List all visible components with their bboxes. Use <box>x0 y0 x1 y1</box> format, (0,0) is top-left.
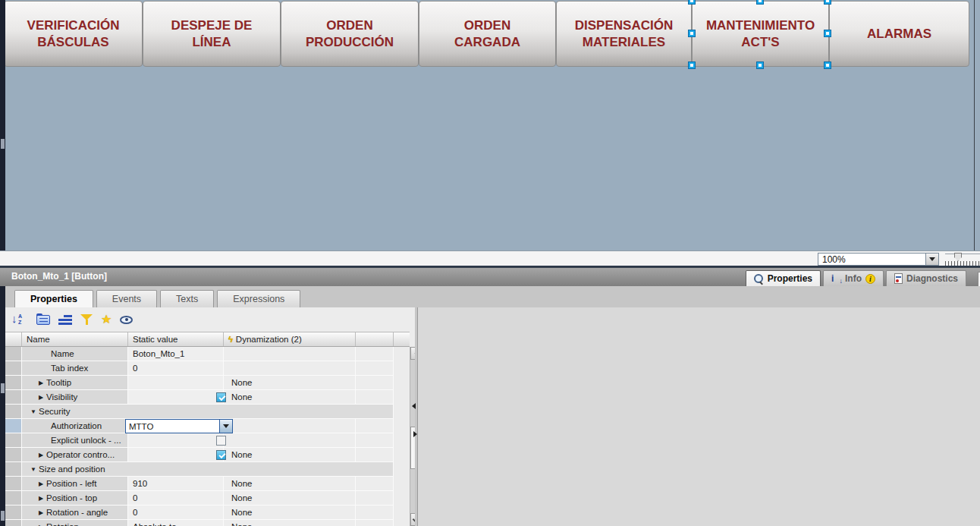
property-value-cell[interactable] <box>128 433 224 448</box>
hmi-button-orden-cargada[interactable]: ORDEN CARGADA <box>419 1 556 67</box>
property-value-cell[interactable]: Absolute to ... <box>128 520 224 526</box>
dynamization-cell[interactable]: None <box>224 376 356 390</box>
selection-handle[interactable] <box>757 0 763 4</box>
dock-tab-properties[interactable]: Properties <box>746 270 821 286</box>
selection-handle[interactable] <box>825 30 831 36</box>
row-handle[interactable] <box>5 390 22 405</box>
expand-arrow-icon[interactable]: ▶ <box>36 480 46 487</box>
property-value-cell[interactable] <box>128 390 224 405</box>
dynamization-cell[interactable] <box>224 347 356 361</box>
expand-arrow-icon[interactable]: ▶ <box>36 380 46 386</box>
expand-arrow-icon[interactable]: ▶ <box>36 452 46 458</box>
row-handle[interactable] <box>5 433 22 448</box>
splitter-grip[interactable] <box>1 511 5 521</box>
eye-icon[interactable] <box>120 316 133 324</box>
property-value[interactable]: Boton_Mto_1 <box>133 349 184 358</box>
hmi-screen-canvas[interactable]: VERIFICACIÓN BÁSCULASDESPEJE DE LÍNEAORD… <box>0 0 980 250</box>
expand-arrow-icon[interactable]: ▶ <box>36 524 46 526</box>
row-handle[interactable] <box>5 506 22 520</box>
list-icon[interactable] <box>58 315 72 325</box>
selection-handle[interactable] <box>825 0 831 4</box>
dynamization-cell[interactable]: None <box>224 506 356 520</box>
zoom-level-select[interactable]: 100% <box>818 253 939 266</box>
dynamization-cell[interactable] <box>224 433 356 448</box>
property-value[interactable]: Absolute to ... <box>133 522 186 526</box>
dynamization-cell[interactable]: None <box>224 520 356 526</box>
dock-tab-diagnostics[interactable]: Diagnostics <box>886 270 966 286</box>
expand-arrow-icon[interactable]: ▶ <box>36 495 46 502</box>
dynamization-cell[interactable]: None <box>224 448 356 462</box>
authorization-select[interactable]: MTTO <box>125 419 233 433</box>
dynamization-cell[interactable]: None <box>224 491 356 506</box>
row-handle[interactable] <box>5 462 22 477</box>
row-handle[interactable] <box>5 405 22 419</box>
property-value-cell[interactable] <box>128 376 224 390</box>
filter-icon[interactable] <box>80 314 93 326</box>
section-row-size-and-position[interactable]: ▼Size and position <box>22 462 394 477</box>
selection-handle[interactable] <box>689 62 695 68</box>
sort-az-icon[interactable]: ↓AZ <box>11 313 28 326</box>
row-handle[interactable] <box>5 477 22 491</box>
row-handle[interactable] <box>5 361 22 376</box>
tab-events[interactable]: Events <box>96 290 157 307</box>
splitter-grip[interactable] <box>1 139 5 149</box>
hmi-button-mantenimiento-act-s[interactable]: MANTENIMIENTO ACT'S <box>692 1 829 67</box>
property-value-cell[interactable]: 0 <box>128 506 224 520</box>
selection-handle[interactable] <box>757 62 763 68</box>
row-handle[interactable] <box>5 419 22 433</box>
section-row-security[interactable]: ▼Security <box>22 405 394 419</box>
zoom-dropdown-button[interactable] <box>925 254 938 265</box>
hmi-button-despeje-de-l-nea[interactable]: DESPEJE DE LÍNEA <box>143 1 281 67</box>
property-value-cell[interactable]: MTTO <box>128 419 224 433</box>
collapse-left-icon[interactable] <box>412 403 416 409</box>
expand-arrow-icon[interactable]: ▶ <box>36 394 46 401</box>
hmi-button-orden-producci-n[interactable]: ORDEN PRODUCCIÓN <box>281 1 419 67</box>
property-value-cell[interactable]: 0 <box>128 491 224 506</box>
property-checkbox[interactable] <box>216 392 226 402</box>
zoom-slider-handle[interactable] <box>954 253 962 261</box>
property-value-cell[interactable] <box>128 448 224 462</box>
property-value[interactable]: 910 <box>133 479 147 488</box>
row-handle[interactable] <box>5 448 22 462</box>
tab-properties[interactable]: Properties <box>14 290 93 307</box>
collapse-arrow-icon[interactable]: ▼ <box>28 408 39 415</box>
selection-handle[interactable] <box>825 62 831 68</box>
inspector-title: Boton_Mto_1 [Button] <box>11 271 107 282</box>
property-value[interactable]: 0 <box>133 493 137 502</box>
pane-splitter[interactable] <box>415 307 418 526</box>
hmi-button-dispensaci-n-materiales[interactable]: DISPENSACIÓN MATERIALES <box>556 1 692 67</box>
folder-icon[interactable] <box>36 315 50 325</box>
property-value-cell[interactable]: 910 <box>128 477 224 491</box>
header-dynamization-column[interactable]: ϟDynamization (2) <box>224 332 356 346</box>
collapse-right-icon[interactable] <box>413 431 417 437</box>
tab-texts[interactable]: Texts <box>160 290 214 307</box>
dynamization-cell[interactable]: None <box>224 390 356 405</box>
row-handle[interactable] <box>5 376 22 390</box>
splitter-grip[interactable] <box>1 383 5 393</box>
collapse-arrow-icon[interactable]: ▼ <box>28 466 39 473</box>
combo-dropdown-button[interactable] <box>219 420 232 433</box>
row-handle[interactable] <box>5 520 22 526</box>
selection-handle[interactable] <box>689 30 695 36</box>
hmi-button-alarmas[interactable]: ALARMAS <box>829 1 969 67</box>
header-static-value-column[interactable]: Static value <box>128 332 224 346</box>
hmi-button-verificaci-n-b-sculas[interactable]: VERIFICACIÓN BÁSCULAS <box>4 1 143 67</box>
header-name-column[interactable]: Name <box>22 332 128 346</box>
favorites-icon[interactable]: ★ <box>101 314 112 325</box>
row-handle[interactable] <box>5 347 22 361</box>
dynamization-cell[interactable]: None <box>224 477 356 491</box>
dock-tab-info[interactable]: iInfoi <box>823 270 884 286</box>
dynamization-cell[interactable] <box>224 361 356 376</box>
property-value[interactable]: 0 <box>133 508 137 517</box>
expand-arrow-icon[interactable]: ▶ <box>36 509 46 516</box>
dynamization-cell[interactable] <box>224 419 356 433</box>
property-value-cell[interactable]: 0 <box>128 361 224 376</box>
property-checkbox[interactable] <box>216 450 226 460</box>
tab-expressions[interactable]: Expressions <box>217 290 300 307</box>
property-checkbox[interactable] <box>216 436 226 446</box>
property-value-cell[interactable]: Boton_Mto_1 <box>128 347 224 361</box>
property-value[interactable]: 0 <box>133 364 137 373</box>
zoom-slider[interactable] <box>945 254 980 266</box>
row-handle[interactable] <box>5 491 22 506</box>
selection-handle[interactable] <box>689 0 695 4</box>
